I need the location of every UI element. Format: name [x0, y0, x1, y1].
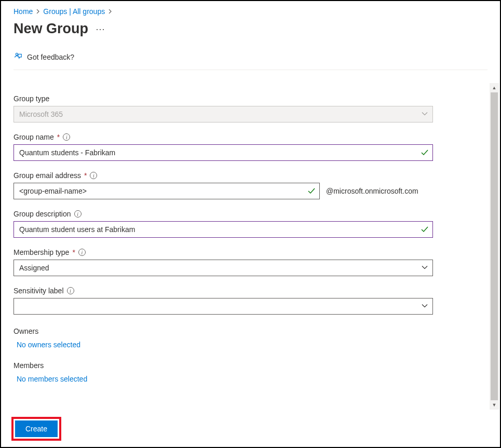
breadcrumb-groups[interactable]: Groups | All groups — [43, 7, 105, 16]
group-type-select[interactable] — [13, 106, 433, 123]
breadcrumb: Home Groups | All groups — [13, 7, 488, 16]
scroll-up-arrow[interactable]: ▲ — [490, 83, 499, 92]
create-button[interactable]: Create — [15, 420, 58, 437]
scroll-thumb[interactable] — [491, 92, 498, 400]
create-button-highlight: Create — [11, 417, 61, 441]
group-email-label: Group email address — [13, 171, 81, 180]
required-asterisk: * — [72, 248, 75, 256]
membership-type-label: Membership type — [13, 248, 69, 256]
group-name-input[interactable] — [13, 144, 433, 161]
page-title: New Group — [13, 21, 88, 37]
info-icon[interactable]: i — [90, 172, 97, 179]
scroll-down-arrow[interactable]: ▼ — [490, 400, 499, 410]
info-icon[interactable]: i — [78, 249, 86, 256]
breadcrumb-home[interactable]: Home — [13, 7, 33, 16]
more-icon[interactable]: ⋯ — [96, 23, 105, 35]
feedback-label: Got feedback? — [27, 53, 74, 61]
email-domain-suffix: @microsoft.onmicrosoft.com — [326, 187, 418, 195]
group-type-label: Group type — [13, 94, 49, 103]
feedback-icon — [13, 51, 23, 62]
required-asterisk: * — [57, 133, 60, 141]
required-asterisk: * — [84, 171, 87, 180]
members-heading: Members — [13, 361, 488, 370]
sensitivity-label-select[interactable] — [13, 298, 433, 315]
info-icon[interactable]: i — [74, 210, 82, 218]
group-name-label: Group name — [13, 133, 54, 141]
info-icon[interactable]: i — [63, 133, 70, 141]
svg-point-0 — [16, 53, 18, 55]
members-link[interactable]: No members selected — [13, 375, 488, 383]
group-description-label: Group description — [13, 210, 71, 218]
group-email-input[interactable] — [13, 183, 320, 199]
info-icon[interactable]: i — [67, 287, 74, 294]
group-description-input[interactable] — [13, 221, 433, 238]
scrollbar[interactable]: ▲ ▼ — [490, 83, 499, 410]
sensitivity-label-label: Sensitivity label — [13, 287, 64, 295]
owners-link[interactable]: No owners selected — [13, 341, 488, 349]
chevron-right-icon — [36, 8, 40, 15]
membership-type-select[interactable] — [13, 260, 433, 276]
feedback-link[interactable]: Got feedback? — [13, 51, 488, 70]
owners-heading: Owners — [13, 327, 488, 335]
chevron-right-icon — [108, 8, 112, 15]
